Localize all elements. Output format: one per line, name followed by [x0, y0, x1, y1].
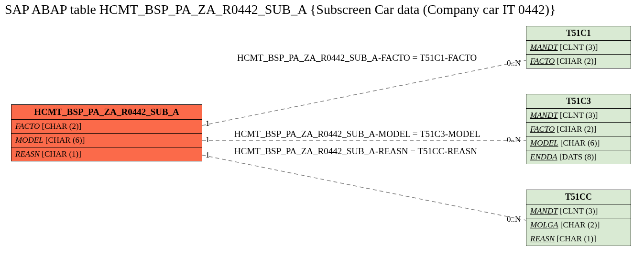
cardinality-right-1: 0..N: [507, 58, 521, 68]
entity-t51c1-field-mandt: MANDT [CLNT (3)]: [526, 41, 631, 55]
entity-t51c1-field-facto: FACTO [CHAR (2)]: [526, 55, 631, 68]
field-type: [CHAR (2)]: [557, 57, 597, 66]
svg-line-2: [202, 155, 526, 220]
entity-t51c3-field-facto: FACTO [CHAR (2)]: [526, 123, 631, 136]
field-type: [CHAR (2)]: [557, 124, 597, 134]
entity-main-field-reasn: REASN [CHAR (1)]: [11, 147, 202, 161]
field-type: [CLNT (3)]: [560, 111, 598, 120]
field-type: [CHAR (1)]: [557, 234, 596, 243]
field-name: REASN: [530, 234, 555, 243]
diagram-title: SAP ABAP table HCMT_BSP_PA_ZA_R0442_SUB_…: [5, 2, 556, 17]
entity-t51cc: T51CC MANDT [CLNT (3)] MOLGA [CHAR (2)] …: [526, 190, 631, 246]
entity-t51cc-header: T51CC: [526, 190, 631, 204]
field-type: [DATS (8)]: [559, 152, 597, 161]
field-type: [CLNT (3)]: [560, 43, 598, 52]
entity-main-header: HCMT_BSP_PA_ZA_R0442_SUB_A: [11, 105, 202, 120]
entity-main-field-model: MODEL [CHAR (6)]: [11, 134, 202, 147]
field-type: [CHAR (6)]: [560, 138, 600, 147]
field-type: [CHAR (6)]: [45, 136, 85, 145]
relation-label-facto: HCMT_BSP_PA_ZA_R0442_SUB_A-FACTO = T51C1…: [237, 53, 477, 63]
field-name: MANDT: [530, 206, 558, 215]
relation-label-reasn: HCMT_BSP_PA_ZA_R0442_SUB_A-REASN = T51CC…: [234, 146, 477, 157]
cardinality-right-2: 0..N: [507, 135, 521, 145]
cardinality-left-2: 1: [206, 135, 210, 145]
entity-t51cc-field-mandt: MANDT [CLNT (3)]: [526, 204, 631, 218]
entity-t51cc-field-molga: MOLGA [CHAR (2)]: [526, 218, 631, 232]
svg-line-0: [202, 60, 526, 125]
field-type: [CLNT (3)]: [560, 206, 598, 215]
cardinality-right-3: 0..N: [507, 215, 521, 224]
field-name: FACTO: [530, 124, 555, 134]
cardinality-left-1: 1: [206, 119, 210, 128]
cardinality-left-3: 1: [206, 150, 210, 160]
entity-t51c1-header: T51C1: [526, 26, 631, 41]
field-name: MANDT: [530, 43, 558, 52]
entity-t51c3-field-mandt: MANDT [CLNT (3)]: [526, 109, 631, 123]
entity-t51c3-field-model: MODEL [CHAR (6)]: [526, 136, 631, 150]
entity-t51c1: T51C1 MANDT [CLNT (3)] FACTO [CHAR (2)]: [526, 26, 631, 68]
field-name: MODEL: [15, 136, 44, 145]
entity-t51c3-field-endda: ENDDA [DATS (8)]: [526, 150, 631, 164]
entity-t51c3: T51C3 MANDT [CLNT (3)] FACTO [CHAR (2)] …: [526, 94, 631, 164]
field-name: MOLGA: [530, 220, 558, 229]
field-name: FACTO: [530, 57, 555, 66]
field-type: [CHAR (2)]: [560, 220, 600, 229]
field-type: [CHAR (2)]: [42, 122, 82, 131]
field-name: MANDT: [530, 111, 558, 120]
field-name: MODEL: [530, 138, 558, 147]
field-type: [CHAR (1)]: [42, 149, 81, 158]
entity-main-field-facto: FACTO [CHAR (2)]: [11, 120, 202, 134]
field-name: FACTO: [15, 122, 40, 131]
entity-t51cc-field-reasn: REASN [CHAR (1)]: [526, 232, 631, 246]
relation-label-model: HCMT_BSP_PA_ZA_R0442_SUB_A-MODEL = T51C3…: [234, 129, 480, 139]
entity-main: HCMT_BSP_PA_ZA_R0442_SUB_A FACTO [CHAR (…: [11, 104, 202, 161]
field-name: REASN: [15, 149, 40, 158]
entity-t51c3-header: T51C3: [526, 94, 631, 109]
field-name: ENDDA: [530, 152, 557, 161]
er-diagram: SAP ABAP table HCMT_BSP_PA_ZA_R0442_SUB_…: [0, 0, 644, 260]
